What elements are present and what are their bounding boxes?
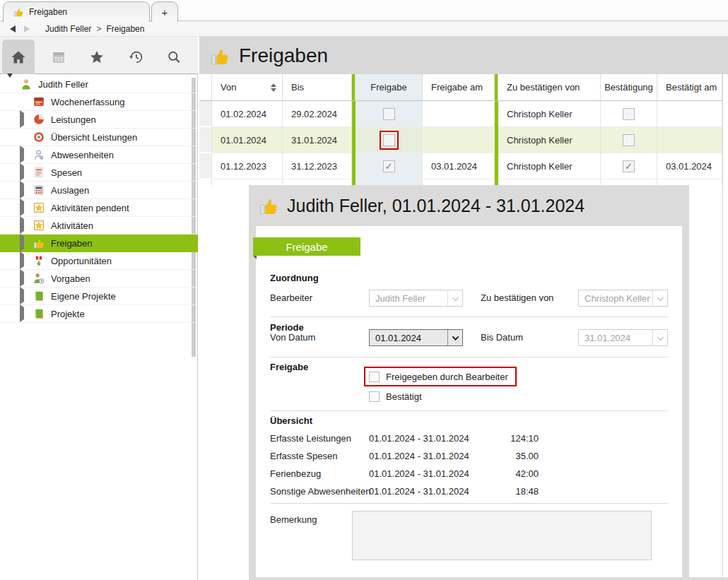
sidebar-item-eigene-projekte[interactable]: Eigene Projekte xyxy=(0,288,198,305)
column-header-freigabe-am[interactable]: Freigabe am xyxy=(423,74,495,101)
bis-datum-select[interactable]: 31.01.2024 xyxy=(578,329,668,346)
bearbeiter-select[interactable]: Judith Feller xyxy=(369,290,463,307)
column-header-bestaetigung[interactable]: Bestätigung xyxy=(601,74,657,101)
sidebar-item-aktivitaeten[interactable]: Aktivitäten xyxy=(0,217,198,235)
sidebar-item-abwesenheiten[interactable]: Abwesenheiten xyxy=(0,146,198,164)
row-selector-cell[interactable] xyxy=(199,153,212,179)
sidebar-item-leistungen[interactable]: Leistungen xyxy=(0,111,198,129)
bottom-edge-strip xyxy=(689,577,728,580)
annotation-box xyxy=(380,131,399,150)
cell-freigabe-am: 03.01.2024 xyxy=(423,153,495,179)
cell-bis: 29.02.2024 xyxy=(283,101,352,127)
tab-freigaben[interactable]: Freigaben xyxy=(3,1,150,22)
section-divider xyxy=(270,503,668,504)
history-button[interactable] xyxy=(119,40,152,74)
sidebar-item-projekte[interactable]: Projekte xyxy=(0,305,198,323)
chevron-right-icon[interactable] xyxy=(20,148,27,161)
column-header-von[interactable]: Von xyxy=(212,74,283,101)
breadcrumb-bar: Judith Feller > Freigaben xyxy=(0,21,728,37)
favorites-button[interactable] xyxy=(81,40,113,74)
cell-bestaetigung xyxy=(601,127,657,153)
table-row[interactable]: 01.02.2024 29.02.2024 Christoph Keller xyxy=(199,101,722,127)
von-datum-label: Von Datum xyxy=(270,332,315,343)
chevron-right-icon[interactable] xyxy=(20,166,27,179)
chevron-right-icon[interactable] xyxy=(20,184,27,196)
targets-icon xyxy=(33,272,45,285)
cell-von: 01.12.2023 xyxy=(212,153,283,179)
tab-freigabe-ribbon[interactable]: Freigabe xyxy=(253,237,360,256)
sidebar-item-spesen[interactable]: Spesen xyxy=(0,164,198,182)
freigabe-dialog: Judith Feller, 01.01.2024 - 31.01.2024 F… xyxy=(249,185,689,580)
column-header-bis[interactable]: Bis xyxy=(283,74,352,101)
table-row[interactable]: 01.12.2023 31.12.2023 ✓ 03.01.2024 Chris… xyxy=(199,153,722,179)
page-header: Freigaben xyxy=(199,37,728,74)
cell-bestaetigung xyxy=(601,101,657,127)
sidebar-item-opportunitaeten[interactable]: Opportunitäten xyxy=(0,252,198,270)
sidebar-item-uebersicht-leistungen[interactable]: Übersicht Leistungen xyxy=(0,129,198,146)
bestaetigung-checkbox-checked[interactable]: ✓ xyxy=(623,160,635,172)
chevron-right-icon[interactable] xyxy=(20,201,27,214)
breadcrumb-item-judith-feller[interactable]: Judith Feller xyxy=(45,24,91,34)
column-header-freigabe[interactable]: Freigabe xyxy=(356,74,423,101)
chevron-right-icon[interactable] xyxy=(20,254,27,267)
chevron-right-icon[interactable] xyxy=(20,290,27,302)
chevron-right-icon[interactable] xyxy=(20,307,27,320)
column-header-zu-bestaetigen-von[interactable]: Zu bestätigen von xyxy=(498,74,601,101)
row-selector-cell[interactable] xyxy=(199,101,212,127)
dialog-title: Judith Feller, 01.01.2024 - 31.01.2024 xyxy=(287,196,585,216)
plus-icon: + xyxy=(162,6,168,18)
history-icon xyxy=(127,49,144,66)
overview-row: Erfasste Spesen 01.01.2024 - 31.01.2024 … xyxy=(270,451,539,461)
sort-icon[interactable] xyxy=(271,83,276,92)
back-icon[interactable] xyxy=(10,25,16,32)
dialog-body: Freigabe Zuordnung Bearbeiter Judith Fel… xyxy=(256,226,682,577)
chevron-right-icon[interactable] xyxy=(20,237,27,249)
table-filler-row xyxy=(199,179,722,185)
outlays-calculator-icon xyxy=(33,184,45,196)
zu-bestaetigen-von-select[interactable]: Christoph Keller xyxy=(578,290,668,307)
bestaetigung-checkbox[interactable] xyxy=(623,134,635,146)
cell-bestaetigt-am xyxy=(657,127,722,153)
column-header-bestaetigt-am[interactable]: Bestätigt am xyxy=(657,74,722,101)
chevron-right-icon[interactable] xyxy=(20,113,27,126)
bestaetigt-checkbox-row: Bestätigt xyxy=(369,391,422,402)
cell-von: 01.02.2024 xyxy=(212,101,283,127)
chevron-down-icon[interactable] xyxy=(7,78,14,90)
freigabe-checkbox[interactable] xyxy=(383,108,395,120)
von-datum-select[interactable]: 01.01.2024 xyxy=(369,329,463,346)
overview-row: Sonstige Abwesenheiten 01.01.2024 - 31.0… xyxy=(270,486,539,497)
calendar-button[interactable] xyxy=(42,40,75,74)
freigabe-checkbox-checked[interactable]: ✓ xyxy=(383,160,395,172)
sidebar-item-auslagen[interactable]: Auslagen xyxy=(0,182,198,199)
search-icon xyxy=(165,49,182,66)
zu-bestaetigen-von-label: Zu bestätigen von xyxy=(481,292,553,303)
bemerkung-textarea[interactable] xyxy=(352,511,652,560)
new-tab-button[interactable]: + xyxy=(151,1,178,22)
calendar-icon xyxy=(50,49,67,66)
chevron-right-icon[interactable] xyxy=(20,272,27,285)
sidebar-item-judith-feller[interactable]: Judith Feller xyxy=(0,76,198,93)
sidebar-item-freigaben[interactable]: Freigaben xyxy=(0,235,198,252)
sidebar-item-wochenerfassung[interactable]: Wochenerfassung xyxy=(0,93,198,111)
thumbs-up-icon xyxy=(258,195,279,216)
home-button[interactable] xyxy=(2,40,35,74)
sidebar-item-vorgaben[interactable]: Vorgaben xyxy=(0,270,198,288)
forward-icon[interactable] xyxy=(24,25,30,32)
search-button[interactable] xyxy=(158,40,190,74)
table-row-selected[interactable]: 01.01.2024 31.01.2024 Christoph Keller xyxy=(199,127,722,153)
bestaetigt-checkbox[interactable] xyxy=(369,391,380,402)
cell-zu-bestaetigen-von: Christoph Keller xyxy=(498,153,601,179)
cell-freigabe-am xyxy=(423,127,495,153)
bestaetigung-checkbox[interactable] xyxy=(623,108,635,120)
opportunities-icon xyxy=(33,254,45,267)
section-divider xyxy=(270,410,668,411)
sidebar-item-aktivitaeten-pendent[interactable]: Aktivitäten pendent xyxy=(0,199,198,217)
chevron-down-icon xyxy=(447,330,462,345)
row-selector-cell[interactable] xyxy=(199,127,212,153)
services-pie-icon xyxy=(33,113,45,126)
navigation-toolbar xyxy=(0,37,198,74)
breadcrumb-item-freigaben[interactable]: Freigaben xyxy=(106,24,144,34)
chevron-right-icon[interactable] xyxy=(20,219,27,232)
freigabe-checkbox[interactable] xyxy=(383,134,395,146)
freigegeben-checkbox[interactable] xyxy=(369,372,380,382)
